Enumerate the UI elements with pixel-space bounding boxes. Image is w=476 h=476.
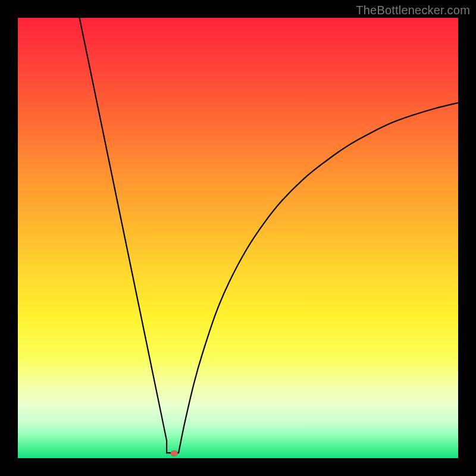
curve-left-line (80, 18, 167, 440)
chart-stage: TheBottlenecker.com (0, 0, 476, 476)
curve-svg (18, 18, 458, 458)
curve-minimum-dot (171, 450, 178, 456)
plot-area (18, 18, 458, 458)
watermark-text: TheBottlenecker.com (356, 4, 470, 17)
curve-right (178, 103, 458, 453)
